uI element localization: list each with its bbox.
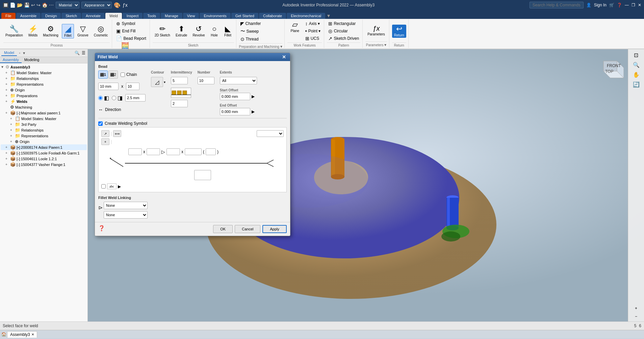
comp1-expand[interactable]: + [5,111,10,115]
ribbon-btn-revolve[interactable]: ↺ Revolve [190,25,207,38]
intermittency-val1[interactable] [171,77,188,84]
bottom-tab-close-icon[interactable]: ✕ [31,333,34,336]
origin-expand[interactable]: + [5,88,10,92]
open-icon[interactable]: 📂 [17,2,23,8]
sym-input-2[interactable] [147,148,160,155]
tab-view[interactable]: View [183,13,199,19]
comp1-repr-expand[interactable]: + [10,134,15,138]
representations-expand[interactable]: + [5,82,10,86]
modelstates-expand[interactable]: + [5,71,10,75]
radio-input-right[interactable] [112,96,116,100]
tree-item-comp1-3rdparty[interactable]: + 📁 3rd Party [1,121,87,127]
ribbon-btn-hole[interactable]: ○ Hole [208,25,221,38]
material-dropdown[interactable]: Material [56,2,79,8]
sym-input-3[interactable] [166,148,180,155]
sym-input-5[interactable] [206,148,216,155]
tree-item-preparations[interactable]: + 📁 Preparations [1,93,87,98]
radio-left[interactable]: ◧ [98,95,109,101]
extents-dropdown[interactable]: All Range [220,77,257,84]
maximize-btn[interactable]: ❐ [632,3,635,7]
tree-item-comp3[interactable]: + 📦 [-]:15003975 Loole Fooladi Ab Garm:1 [1,150,87,156]
start-offset-input[interactable] [220,93,250,100]
tree-item-comp2[interactable]: + 📦 [•]:20008174 Adasi Paeen:1 [1,144,87,150]
comp5-expand[interactable]: + [5,163,10,166]
tree-item-comp1-modelstates[interactable]: + 📋 Model States: Master [1,116,87,121]
sign-in-label[interactable]: Sign In [594,3,607,7]
close-btn[interactable]: ✕ [638,3,641,7]
comp1-rel-expand[interactable]: + [10,128,15,132]
sym-input-4[interactable] [185,148,202,155]
dialog-close-btn[interactable]: ✕ [281,54,287,60]
comp2-expand[interactable]: + [5,145,10,149]
tree-item-comp1-relationships[interactable]: + 📁 Relationships [1,127,87,133]
tree-root[interactable]: ▼ ⚙ Assembly3 [1,64,87,70]
model-tab[interactable]: Model [1,50,17,56]
contour-icon-btn[interactable]: ◿ [151,77,163,87]
tab-weld[interactable]: Weld [105,13,122,19]
chain-checkbox-label[interactable]: Chain [121,72,137,77]
ribbon-btn-thread[interactable]: ⊙ Thread [239,36,260,43]
tab-getstarted[interactable]: Get Started [231,13,258,19]
chain-checkbox[interactable] [121,73,125,77]
undo-icon[interactable]: ↩ [31,2,35,8]
tab-tools[interactable]: Tools [143,13,160,19]
tree-item-machining[interactable]: ⚙ Machining [1,104,87,110]
ribbon-btn-fillet[interactable]: ◢ Fillet [62,24,74,38]
tree-item-comp1-representations[interactable]: + 📁 Representations [1,133,87,139]
preparations-expand[interactable]: + [5,94,10,97]
ok-button[interactable]: OK [213,225,233,233]
new-icon[interactable]: 📄 [10,2,16,8]
fillet-weld-dialog[interactable]: Fillet Weld ✕ Bead ⬛1 [95,53,290,236]
comp1-origin-expand[interactable]: + [10,140,15,143]
end-offset-arrow-icon[interactable]: ▶ [252,109,255,114]
cancel-button[interactable]: Cancel [235,225,260,233]
expand-tabs-icon[interactable]: ▾ [326,12,331,19]
contour-dropdown-arrow[interactable]: ▾ [164,80,165,84]
abc-checkbox[interactable] [101,184,106,189]
tab-environments[interactable]: Environments [200,13,230,19]
save-icon[interactable]: 💾 [24,2,30,8]
minimize-btn[interactable]: — [625,3,629,7]
ribbon-btn-preparation[interactable]: 🔧 Preparation [3,25,25,38]
radio-right[interactable]: ◨ [112,95,123,101]
tree-item-modelstates[interactable]: + 📋 Model States: Master [1,70,87,76]
tab-collaborate[interactable]: Collaborate [259,13,286,19]
welds-expand[interactable]: + [5,100,10,103]
tree-item-welds[interactable]: + ⚡ Welds [1,98,87,104]
create-weld-symbol-checkbox[interactable] [98,121,103,126]
comp1-3rdparty-expand[interactable]: + [10,122,15,126]
face-btn-1[interactable]: ⬛1 [98,70,108,79]
width-input[interactable] [98,83,119,90]
ribbon-btn-welds[interactable]: ⚡ Welds [26,25,40,38]
bottom-tab-assembly3[interactable]: Assembly3 ✕ [7,331,37,338]
home-icon[interactable]: 🏠 [42,2,48,8]
help-icon[interactable]: ❓ [617,3,622,7]
appearance-dropdown[interactable]: Appearance [81,2,112,8]
tree-item-origin[interactable]: + ⊕ Origin [1,87,87,93]
ribbon-btn-filletsketch[interactable]: ◣ Fillet [222,25,234,38]
search-input[interactable] [530,2,584,8]
apply-button[interactable]: Apply [262,225,287,233]
ribbon-btn-sweep[interactable]: 〜 Sweep [239,28,260,35]
link-dropdown-1[interactable]: None [104,202,148,209]
tab-electromechanical[interactable]: Electromechanical [287,13,325,19]
tree-item-comp5[interactable]: + 📦 [-]:15004377 Vasher Flange:1 [1,162,87,167]
ribbon-btn-beadreport[interactable]: 📄 Bead Report [115,35,147,42]
root-expand-icon[interactable]: ▼ [1,65,5,69]
ribbon-btn-point[interactable]: • Point ▾ [304,28,322,34]
ribbon-btn-parameters[interactable]: ƒx Parameters [365,24,387,37]
comp3-expand[interactable]: + [5,151,10,155]
ribbon-btn-machining[interactable]: ⚙ Machining [41,25,60,38]
ribbon-btn-chamfer[interactable]: ◤ Chamfer [239,20,262,27]
tab-assemble[interactable]: Assemble [16,13,41,19]
tab-design[interactable]: Design [41,13,61,19]
comp4-expand[interactable]: + [5,157,10,161]
zoom-icon[interactable]: 🔍 [632,60,641,69]
ribbon-btn-sketchdriven[interactable]: ↗ Sketch Driven [327,35,360,42]
zoom-out-icon[interactable]: − [634,313,639,320]
sign-in-icon[interactable]: 👤 [586,3,591,7]
offset-input[interactable] [125,94,146,102]
fit-all-icon[interactable]: ⊡ [633,51,640,60]
comp1-modelstates-expand[interactable]: + [10,117,15,120]
tab-file[interactable]: File [1,13,16,19]
